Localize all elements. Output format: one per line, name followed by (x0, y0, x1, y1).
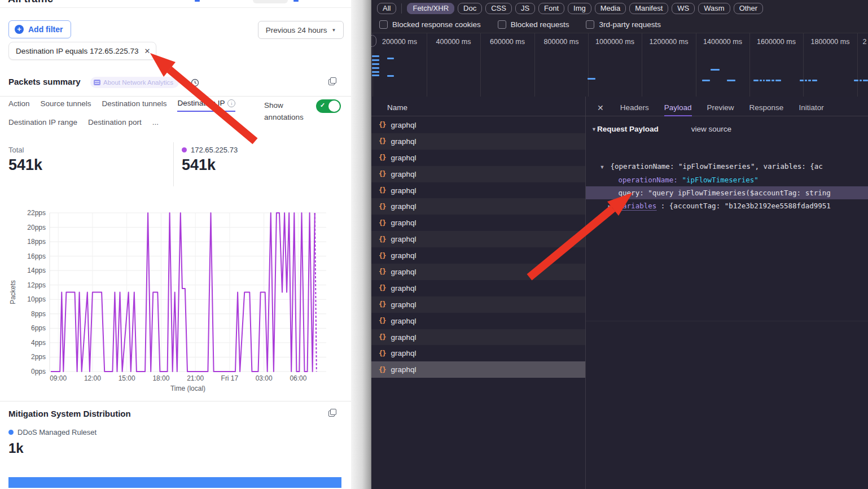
stat-total: Total 541k (8, 146, 42, 174)
tab-action[interactable]: Action (8, 99, 30, 112)
view-source-link[interactable]: view source (691, 125, 731, 133)
filter-pill-media[interactable]: Media (595, 3, 626, 14)
x-tick: 15:00 (119, 374, 135, 382)
y-tick: 6pps (31, 324, 46, 332)
show-annotations-toggle[interactable]: ✓ (316, 99, 341, 113)
stat-total-value: 541k (8, 156, 42, 174)
graphql-json-icon: {} (379, 284, 385, 292)
graphql-json-icon: {} (379, 252, 385, 260)
time-range-dropdown[interactable]: Previous 24 hours ▼ (258, 21, 344, 39)
request-row[interactable]: {}graphql (371, 117, 585, 133)
filter-pill-font[interactable]: Font (538, 3, 564, 14)
checkbox-box[interactable] (586, 20, 594, 29)
tab-label: Action (8, 99, 30, 108)
request-row[interactable]: {}graphql (371, 313, 585, 329)
tab-source-tunnels[interactable]: Source tunnels (41, 99, 91, 112)
x-tick: 12:00 (84, 374, 101, 382)
request-name: graphql (391, 333, 416, 342)
packets-timeseries-chart[interactable]: 0pps2pps4pps6pps8pps10pps12pps14pps16pps… (8, 204, 343, 393)
checkbox-box[interactable] (379, 20, 388, 29)
tab-label: Destination port (88, 118, 142, 126)
filter-pill-other[interactable]: Other (734, 3, 764, 14)
request-row[interactable]: {}graphql (371, 215, 585, 231)
variables-row[interactable]: ▶ variables : {accountTag: "b12e3b2192ee… (586, 199, 868, 212)
request-row[interactable]: {}graphql (371, 166, 585, 182)
expand-card-icon[interactable] (328, 409, 336, 417)
close-icon[interactable]: ✕ (597, 103, 604, 112)
waterfall-activity-mark (372, 55, 379, 57)
detail-tab-initiator[interactable]: Initiator (799, 99, 823, 116)
checkbox-blocked-requests[interactable]: Blocked requests (498, 20, 569, 29)
analytics-panel: All traffic + Add filter Previous 24 hou… (0, 0, 352, 489)
remove-filter-icon[interactable]: ✕ (144, 47, 150, 55)
filter-chip[interactable]: Destination IP equals 172.65.225.73 ✕ (8, 42, 156, 60)
request-row[interactable]: {}graphql (371, 182, 585, 199)
request-row[interactable]: {}graphql (371, 231, 585, 247)
checkbox-label: Blocked response cookies (392, 20, 481, 29)
name-column-header[interactable]: Name (371, 99, 585, 116)
filter-pill-js[interactable]: JS (515, 3, 535, 14)
detail-tab-preview[interactable]: Preview (707, 99, 734, 116)
waterfall-activity-mark (812, 80, 817, 81)
devtools-panel: AllFetch/XHRDocCSSJSFontImgMediaManifest… (371, 0, 868, 489)
filter-pill-ws[interactable]: WS (672, 3, 695, 14)
request-name: graphql (391, 235, 416, 243)
request-row[interactable]: {}graphql (371, 150, 585, 166)
query-row-selected[interactable]: query: "query ipFlowTimeseries($accountT… (586, 186, 868, 199)
y-tick: 16pps (27, 252, 46, 260)
section-divider (0, 401, 351, 401)
request-payload-header[interactable]: ▼ Request Payload view source (591, 125, 731, 133)
about-network-analytics-badge[interactable]: About Network Analytics (90, 77, 179, 88)
network-overview-timeline[interactable]: 200000 ms400000 ms600000 ms800000 ms1000… (371, 33, 868, 97)
tab-destination-ip[interactable]: Destination IPi (177, 99, 235, 112)
tab-label: Source tunnels (41, 99, 91, 108)
query-text: query: "query ipFlowTimeseries($accountT… (619, 189, 831, 197)
docs-icon (94, 80, 100, 85)
operation-name-row[interactable]: operationName: "ipFlowTimeseries" (586, 173, 868, 186)
tab-destination-ip-range[interactable]: Destination IP range (8, 118, 77, 130)
filter-pill-img[interactable]: Img (568, 3, 591, 14)
request-row[interactable]: {}graphql (371, 264, 585, 280)
filter-pill-wasm[interactable]: Wasm (698, 3, 730, 14)
tab-destination-tunnels[interactable]: Destination tunnels (102, 99, 167, 112)
variables-key[interactable]: variables (619, 202, 657, 211)
filter-pill-doc[interactable]: Doc (458, 3, 482, 14)
timeline-label: 1200000 ms (650, 38, 689, 46)
add-filter-button[interactable]: + Add filter (8, 20, 71, 38)
expand-card-icon[interactable] (328, 77, 336, 85)
filter-pill-all[interactable]: All (377, 3, 396, 14)
filter-pill-fetch-xhr[interactable]: Fetch/XHR (407, 3, 454, 14)
request-row[interactable]: {}graphql (371, 198, 585, 215)
request-name: graphql (391, 300, 416, 309)
graphql-json-icon: {} (379, 203, 385, 211)
detail-tab-headers[interactable]: Headers (620, 99, 649, 116)
waterfall-activity-mark (387, 75, 394, 77)
clock-icon (191, 78, 199, 87)
timeline-gridline (427, 33, 427, 97)
graphql-json-icon: {} (379, 154, 385, 161)
tab--[interactable]: ... (152, 118, 159, 130)
detail-tab-payload[interactable]: Payload (664, 99, 692, 116)
request-row[interactable]: {}graphql (371, 361, 585, 378)
request-name: graphql (391, 268, 416, 276)
tab-destination-port[interactable]: Destination port (88, 118, 142, 130)
request-row[interactable]: {}graphql (371, 345, 585, 361)
toggle-knob (328, 101, 340, 112)
mitigation-legend: DDoS Managed Ruleset (8, 428, 97, 436)
filter-pill-manifest[interactable]: Manifest (629, 3, 668, 14)
request-row[interactable]: {}graphql (371, 133, 585, 150)
request-row[interactable]: {}graphql (371, 296, 585, 313)
request-row[interactable]: {}graphql (371, 329, 585, 346)
request-row[interactable]: {}graphql (371, 247, 585, 264)
waterfall-activity-mark (727, 80, 735, 81)
request-payload-title: Request Payload (597, 125, 659, 133)
checkbox-box[interactable] (498, 20, 506, 29)
detail-tab-response[interactable]: Response (749, 99, 784, 116)
filter-pill-css[interactable]: CSS (485, 3, 512, 14)
request-name: graphql (391, 154, 416, 162)
payload-preview-row[interactable]: ▼ {operationName: "ipFlowTimeseries", va… (586, 160, 868, 173)
checkbox-3rd-party-requests[interactable]: 3rd-party requests (586, 20, 661, 29)
variables-value: : {accountTag: "b12e3b2192ee5588fdad9951 (661, 202, 831, 210)
request-row[interactable]: {}graphql (371, 280, 585, 296)
checkbox-blocked-response-cookies[interactable]: Blocked response cookies (379, 20, 481, 29)
